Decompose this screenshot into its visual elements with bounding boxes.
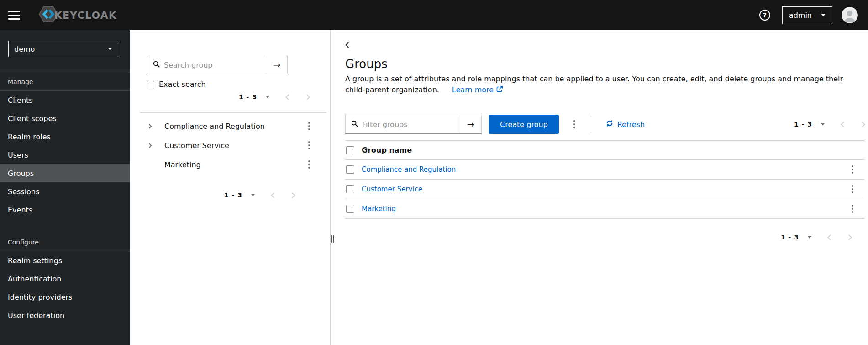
chevron-right-icon <box>147 124 152 128</box>
caret-down-icon <box>251 194 255 196</box>
caret-down-icon <box>808 236 812 238</box>
chevron-right-icon <box>147 143 152 148</box>
refresh-icon <box>606 120 613 129</box>
search-icon <box>153 61 160 69</box>
table-header-row: Group name <box>345 140 864 160</box>
search-icon <box>351 120 358 129</box>
row-checkbox[interactable] <box>346 185 354 193</box>
toolbar-kebab-menu[interactable] <box>572 118 577 130</box>
arrow-right-icon: → <box>273 59 281 70</box>
nav-section-manage: Manage <box>0 72 130 91</box>
expand-toggle[interactable] <box>148 144 155 147</box>
chevron-right-icon <box>859 122 865 127</box>
sidebar-item-authentication[interactable]: Authentication <box>0 270 130 288</box>
sidebar-item-realm-roles[interactable]: Realm roles <box>0 127 130 146</box>
pagination-range-menu[interactable]: 1 - 3 <box>239 93 270 101</box>
sidebar-item-realm-settings[interactable]: Realm settings <box>0 251 130 270</box>
sidebar-item-events[interactable]: Events <box>0 201 130 219</box>
groups-toolbar: → Create group Refresh <box>345 115 868 134</box>
group-link[interactable]: Marketing <box>362 205 396 213</box>
arrow-right-icon: → <box>467 119 475 130</box>
sidebar-item-users[interactable]: Users <box>0 146 130 164</box>
filter-group: → <box>345 115 482 134</box>
tree-pagination-top: 1 - 3 <box>130 93 309 101</box>
kebab-menu[interactable] <box>306 159 312 170</box>
keycloak-admin-console: KEYCLOAK ? admin demo Manage Cli <box>0 0 868 345</box>
exact-search-checkbox[interactable] <box>147 81 154 88</box>
username: admin <box>789 11 812 20</box>
sidebar-item-client-scopes[interactable]: Client scopes <box>0 109 130 127</box>
expand-toggle[interactable] <box>148 125 155 128</box>
groups-tree-panel: → Exact search 1 - 3 Compliance and Regu… <box>130 30 330 345</box>
pagination-prev-button[interactable] <box>828 235 832 239</box>
groups-main-panel: Groups A group is a set of attributes an… <box>334 30 868 345</box>
chevron-right-icon <box>846 234 852 240</box>
sidebar-item-groups[interactable]: Groups <box>0 164 130 182</box>
column-header-group-name: Group name <box>362 146 412 154</box>
user-dropdown[interactable]: admin <box>782 6 832 24</box>
create-group-button[interactable]: Create group <box>489 115 559 134</box>
pagination-next-button[interactable] <box>860 122 864 127</box>
realm-selector[interactable]: demo <box>8 41 118 57</box>
caret-down-icon <box>821 14 826 16</box>
chevron-left-icon <box>345 42 351 48</box>
row-checkbox[interactable] <box>346 165 354 174</box>
exact-search-label: Exact search <box>159 80 206 89</box>
sidebar-item-user-federation[interactable]: User federation <box>0 306 130 324</box>
filter-submit-button[interactable]: → <box>460 115 481 133</box>
table-row: Compliance and Regulation <box>345 160 864 180</box>
learn-more-link[interactable]: Learn more <box>452 85 503 96</box>
kebab-menu[interactable] <box>850 203 855 215</box>
user-avatar[interactable] <box>842 7 858 23</box>
nav-section-configure: Configure <box>0 233 130 251</box>
tree-item[interactable]: Marketing <box>140 155 326 174</box>
select-all-checkbox[interactable] <box>346 146 354 154</box>
kebab-menu[interactable] <box>850 183 855 195</box>
group-link[interactable]: Customer Service <box>362 185 422 193</box>
collapse-panel-button[interactable] <box>345 42 351 48</box>
pagination-next-button[interactable] <box>847 235 851 239</box>
table-pagination-top: 1 - 3 <box>794 121 864 128</box>
keycloak-logo: KEYCLOAK <box>38 4 117 26</box>
tree-pagination-bottom: 1 - 3 <box>130 191 295 199</box>
pagination-range-menu[interactable]: 1 - 3 <box>781 234 812 241</box>
brand-text: KEYCLOAK <box>54 10 117 21</box>
kebab-menu[interactable] <box>306 139 312 151</box>
search-group-input[interactable] <box>164 61 266 69</box>
tree-item[interactable]: Compliance and Regulation <box>140 117 326 136</box>
chevron-right-icon <box>289 192 295 198</box>
pagination-prev-button[interactable] <box>286 95 290 99</box>
help-icon[interactable]: ? <box>759 10 770 21</box>
pagination-prev-button[interactable] <box>842 122 846 127</box>
row-checkbox[interactable] <box>346 205 354 213</box>
pagination-prev-button[interactable] <box>272 193 276 197</box>
filter-groups-input[interactable] <box>362 120 460 129</box>
masthead: KEYCLOAK ? admin <box>0 0 868 30</box>
refresh-button[interactable]: Refresh <box>606 120 645 129</box>
group-tree: Compliance and Regulation Customer Servi… <box>140 112 326 174</box>
external-link-icon <box>496 85 503 96</box>
sidebar-item-sessions[interactable]: Sessions <box>0 182 130 201</box>
table-row: Customer Service <box>345 180 864 199</box>
caret-down-icon <box>108 48 112 50</box>
page-description: A group is a set of attributes and role … <box>345 74 851 96</box>
group-link[interactable]: Compliance and Regulation <box>362 165 456 174</box>
kebab-menu[interactable] <box>850 164 855 175</box>
sidebar-item-clients[interactable]: Clients <box>0 91 130 109</box>
pagination-next-button[interactable] <box>290 193 295 197</box>
sidebar-item-identity-providers[interactable]: Identity providers <box>0 288 130 306</box>
kebab-menu[interactable] <box>306 120 312 132</box>
pagination-next-button[interactable] <box>305 95 309 99</box>
table-row: Marketing <box>345 199 864 219</box>
panel-divider <box>330 30 334 345</box>
pagination-range-menu[interactable]: 1 - 3 <box>224 191 255 199</box>
page-title: Groups <box>345 56 868 72</box>
chevron-left-icon <box>841 122 847 127</box>
tree-item[interactable]: Customer Service <box>140 136 326 155</box>
hamburger-menu-icon[interactable] <box>8 11 20 20</box>
pagination-range-menu[interactable]: 1 - 3 <box>794 121 825 128</box>
search-submit-button[interactable]: → <box>266 56 287 74</box>
panel-resize-handle[interactable] <box>331 235 334 243</box>
chevron-right-icon <box>304 94 310 100</box>
divider <box>591 116 591 133</box>
